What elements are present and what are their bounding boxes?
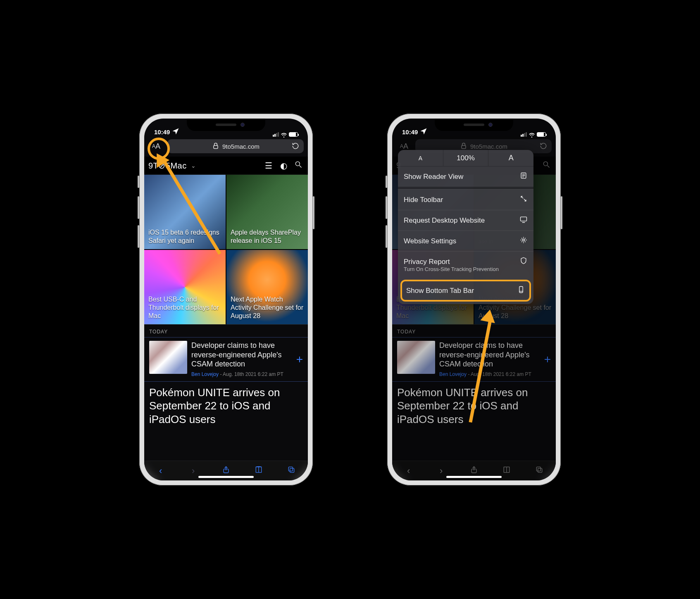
tabs-button[interactable] — [283, 466, 300, 476]
menu-website-settings[interactable]: Website Settings — [398, 231, 533, 251]
headline-story[interactable]: Pokémon UNITE arrives on September 22 to… — [144, 382, 308, 426]
svg-point-6 — [543, 162, 548, 166]
lock-icon — [212, 142, 220, 151]
search-icon[interactable] — [293, 160, 304, 171]
svg-point-1 — [295, 162, 300, 166]
headline-story[interactable]: Pokémon UNITE arrives on September 22 to… — [392, 382, 556, 426]
battery-icon — [289, 132, 298, 137]
safari-top-bar: AA 9to5mac.com — [144, 138, 308, 157]
svg-rect-5 — [462, 145, 466, 149]
statusbar-time: 10:49 — [402, 128, 418, 135]
share-button — [466, 466, 482, 476]
article-tile[interactable]: Apple delays SharePlay release in iOS 15 — [226, 175, 308, 249]
menu-hide-toolbar[interactable]: Hide Toolbar — [398, 189, 533, 210]
menu-privacy-subtitle: Turn On Cross-Site Tracking Prevention — [398, 266, 533, 277]
expand-icon — [519, 195, 528, 205]
story-author[interactable]: Ben Lovejoy — [439, 371, 467, 377]
svg-rect-3 — [289, 467, 293, 471]
forward-button[interactable]: › — [185, 466, 202, 476]
text-size-large-a-icon: A — [155, 142, 160, 151]
phone-left: 10:49 AA 9to5mac.com — [139, 114, 313, 485]
tabs-button — [531, 466, 548, 476]
location-icon — [171, 127, 180, 137]
story-byline: Ben Lovejoy - Aug. 18th 2021 6:22 am PT — [439, 371, 551, 377]
page-settings-menu: A 100% A Show Reader View Hide Toolbar R… — [398, 150, 533, 304]
section-header-today: TODAY — [392, 324, 556, 338]
article-tile[interactable]: Best USB-C and Thunderbolt displays for … — [144, 250, 226, 324]
story-date: Aug. 18th 2021 6:22 am PT — [471, 371, 531, 377]
zoom-level[interactable]: 100% — [443, 150, 489, 166]
bottom-bar-icon — [517, 285, 525, 296]
text-size-small-a-icon: A — [152, 143, 155, 149]
share-button[interactable] — [218, 466, 234, 476]
svg-rect-9 — [538, 468, 542, 472]
statusbar: 10:49 — [392, 119, 556, 138]
story-row[interactable]: Developer claims to have reverse-enginee… — [144, 338, 308, 382]
home-indicator[interactable] — [198, 476, 254, 478]
forward-button: › — [433, 466, 450, 476]
article-tile[interactable]: iOS 15 beta 6 redesigns Safari yet again — [144, 175, 226, 249]
battery-icon — [537, 132, 546, 137]
home-indicator[interactable] — [446, 476, 502, 478]
article-caption: Apple delays SharePlay release in iOS 15 — [226, 225, 308, 249]
svg-rect-8 — [537, 467, 541, 471]
site-logo[interactable]: 9T⊘5Mac — [148, 161, 187, 171]
cellular-icon — [273, 132, 279, 137]
story-author[interactable]: Ben Lovejoy — [191, 371, 219, 377]
gear-icon — [519, 236, 528, 246]
story-title: Developer claims to have reverse-enginee… — [439, 341, 551, 369]
reload-icon[interactable] — [291, 142, 300, 151]
story-row[interactable]: Developer claims to have reverse-enginee… — [392, 338, 556, 382]
zoom-out-button[interactable]: A — [398, 150, 443, 166]
phone-right: 10:49 AA 9to5mac.com — [387, 114, 561, 485]
article-grid: iOS 15 beta 6 redesigns Safari yet again… — [144, 175, 308, 324]
cellular-icon — [521, 132, 527, 137]
wifi-icon — [529, 132, 535, 137]
svg-rect-13 — [519, 287, 523, 293]
story-date: Aug. 18th 2021 6:22 am PT — [223, 371, 283, 377]
article-caption: iOS 15 beta 6 redesigns Safari yet again — [144, 225, 226, 249]
svg-rect-4 — [290, 468, 294, 472]
shield-icon — [519, 257, 528, 267]
address-bar[interactable]: 9to5mac.com — [167, 139, 304, 153]
location-icon — [419, 127, 428, 137]
article-caption: Next Apple Watch Activity Challenge set … — [226, 292, 308, 324]
text-size-large-a-icon: A — [509, 154, 514, 162]
reload-icon[interactable] — [539, 142, 548, 151]
svg-rect-0 — [214, 145, 218, 149]
bookmarks-button — [498, 466, 515, 476]
page-settings-button[interactable]: AA — [148, 140, 164, 152]
article-caption: Best USB-C and Thunderbolt displays for … — [144, 292, 226, 324]
svg-point-12 — [523, 239, 525, 241]
search-icon — [541, 160, 552, 171]
back-button: ‹ — [400, 466, 417, 476]
reader-icon — [519, 171, 528, 182]
text-size-small-a-icon: A — [419, 155, 422, 162]
zoom-segment: A 100% A — [398, 150, 533, 166]
address-bar-domain: 9to5mac.com — [470, 143, 507, 150]
menu-request-desktop[interactable]: Request Desktop Website — [398, 210, 533, 231]
zoom-in-button[interactable]: A — [488, 150, 533, 166]
story-byline: Ben Lovejoy - Aug. 18th 2021 6:22 am PT — [191, 371, 303, 377]
add-story-icon[interactable]: + — [296, 353, 303, 366]
back-button[interactable]: ‹ — [152, 466, 169, 476]
story-thumbnail — [397, 341, 435, 374]
menu-icon[interactable]: ☰ — [263, 161, 274, 171]
desktop-icon — [519, 215, 528, 226]
story-thumbnail — [149, 341, 187, 374]
section-header-today: TODAY — [144, 324, 308, 338]
bookmarks-button[interactable] — [250, 466, 267, 476]
article-tile[interactable]: Next Apple Watch Activity Challenge set … — [226, 250, 308, 324]
address-bar-domain: 9to5mac.com — [222, 143, 260, 150]
add-story-icon[interactable]: + — [544, 353, 551, 366]
wifi-icon — [281, 132, 287, 137]
menu-show-bottom-tab-bar[interactable]: Show Bottom Tab Bar — [400, 280, 531, 302]
site-header: 9T⊘5Mac ⌄ ☰ ◐ — [144, 157, 308, 175]
menu-show-reader-view[interactable]: Show Reader View — [398, 166, 533, 187]
theme-toggle-icon[interactable]: ◐ — [278, 161, 289, 171]
statusbar-time: 10:49 — [154, 128, 170, 135]
chevron-down-icon[interactable]: ⌄ — [191, 162, 196, 169]
svg-rect-11 — [521, 217, 527, 221]
statusbar: 10:49 — [144, 119, 308, 138]
story-title: Developer claims to have reverse-enginee… — [191, 341, 303, 369]
